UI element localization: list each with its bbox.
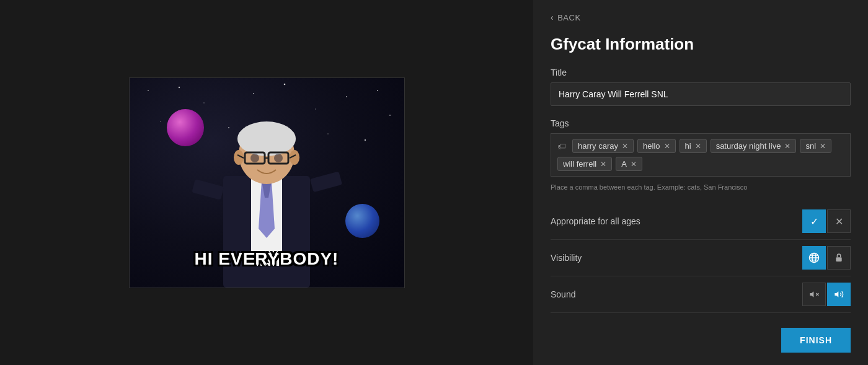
- svg-point-12: [364, 139, 365, 140]
- tag-label: A: [621, 159, 627, 169]
- tag-saturday-night-live: saturday night live ✕: [711, 139, 797, 153]
- svg-rect-29: [310, 171, 342, 192]
- svg-point-18: [237, 121, 296, 156]
- tag-icon: 🏷: [557, 141, 566, 151]
- sound-on-icon: [834, 289, 844, 299]
- left-panel: HI EVERYBODY!: [0, 0, 533, 365]
- appropriate-toggle-group: ✓ ✕: [802, 209, 851, 233]
- svg-point-1: [178, 86, 179, 87]
- tag-label: will ferrell: [563, 159, 596, 169]
- tag-remove-snl-full[interactable]: ✕: [784, 143, 790, 150]
- title-label: Title: [551, 68, 851, 77]
- mute-icon: [809, 289, 819, 299]
- visibility-row: Visibility: [551, 240, 851, 276]
- back-label: BACK: [557, 13, 580, 22]
- tag-remove-hi[interactable]: ✕: [695, 143, 701, 150]
- tag-snl: snl ✕: [800, 139, 831, 153]
- globe-icon: [808, 252, 820, 263]
- tag-hi: hi ✕: [680, 139, 707, 153]
- svg-rect-35: [836, 257, 841, 262]
- visibility-label: Visibility: [551, 253, 582, 263]
- gif-caption: HI EVERYBODY!: [130, 249, 404, 269]
- tags-container[interactable]: 🏷 harry caray ✕ hello ✕ hi ✕ saturday ni…: [551, 133, 851, 177]
- sound-row: Sound: [551, 276, 851, 313]
- appropriate-no-button[interactable]: ✕: [827, 209, 851, 233]
- svg-point-3: [253, 93, 254, 94]
- svg-point-9: [160, 121, 161, 122]
- tag-hello: hello ✕: [637, 139, 675, 153]
- page-title: Gfycat Information: [551, 35, 851, 54]
- appropriate-label: Appropriate for all ages: [551, 216, 640, 226]
- svg-rect-28: [192, 179, 224, 200]
- svg-marker-36: [810, 291, 813, 297]
- sound-toggle-group: [802, 283, 851, 306]
- tag-label: saturday night live: [716, 141, 781, 151]
- svg-marker-39: [835, 291, 838, 297]
- lock-icon: [834, 253, 844, 263]
- svg-point-0: [148, 90, 149, 91]
- svg-point-4: [283, 83, 285, 85]
- title-input[interactable]: [551, 82, 851, 106]
- back-chevron-icon: ‹: [551, 12, 554, 22]
- visibility-toggle-group: [802, 246, 851, 270]
- svg-point-27: [274, 154, 283, 162]
- tag-label: hello: [643, 141, 660, 151]
- tag-label: snl: [805, 141, 816, 151]
- tag-remove-a[interactable]: ✕: [631, 161, 637, 168]
- tag-a: A ✕: [616, 157, 642, 171]
- svg-point-7: [377, 90, 378, 91]
- sound-label: Sound: [551, 289, 575, 299]
- visibility-private-button[interactable]: [827, 246, 851, 270]
- finish-row: FINISH: [551, 328, 851, 353]
- tag-remove-snl[interactable]: ✕: [820, 143, 826, 150]
- back-link[interactable]: ‹ BACK: [551, 12, 851, 22]
- appropriate-row: Appropriate for all ages ✓ ✕: [551, 203, 851, 240]
- tag-remove-hello[interactable]: ✕: [664, 143, 670, 150]
- tag-will-ferrell: will ferrell ✕: [557, 157, 612, 171]
- svg-point-26: [250, 154, 259, 162]
- gif-preview: HI EVERYBODY!: [129, 77, 405, 288]
- sound-mute-button[interactable]: [802, 283, 826, 306]
- tag-label: hi: [685, 141, 691, 151]
- svg-point-8: [389, 114, 390, 115]
- tags-section: Tags 🏷 harry caray ✕ hello ✕ hi ✕ saturd…: [551, 118, 851, 177]
- tag-harry-caray: harry caray ✕: [572, 139, 634, 153]
- right-panel: ‹ BACK Gfycat Information Title Tags 🏷 h…: [533, 0, 868, 365]
- planet-blue: [345, 204, 379, 238]
- appropriate-yes-button[interactable]: ✓: [802, 209, 826, 233]
- finish-button[interactable]: FINISH: [781, 328, 851, 353]
- tags-label: Tags: [551, 118, 851, 128]
- svg-point-2: [203, 102, 205, 103]
- tags-hint: Place a comma between each tag. Example:…: [551, 183, 851, 191]
- svg-point-6: [346, 96, 347, 97]
- sound-on-button[interactable]: [827, 283, 851, 306]
- tag-remove-will-ferrell[interactable]: ✕: [600, 161, 606, 168]
- tag-remove-harry-caray[interactable]: ✕: [622, 143, 628, 150]
- tag-label: harry caray: [578, 141, 618, 151]
- visibility-public-button[interactable]: [802, 246, 826, 270]
